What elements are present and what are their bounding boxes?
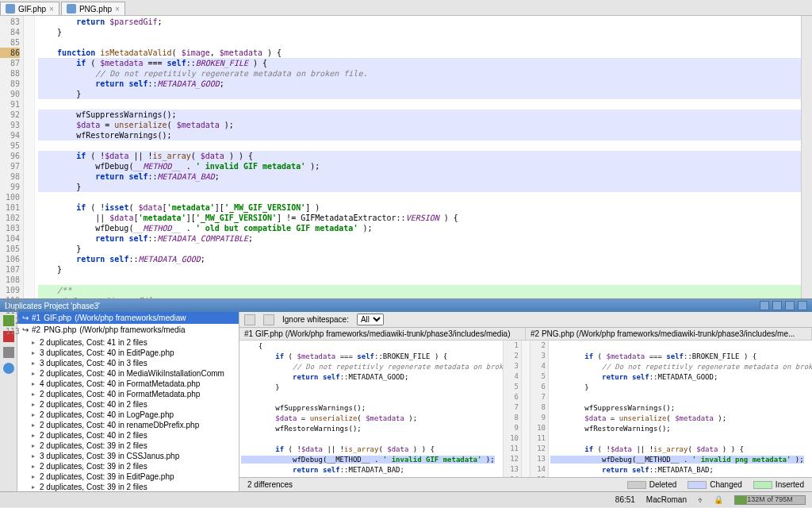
tab-png[interactable]: PNG.php × (61, 2, 125, 15)
dup-item[interactable]: 2 duplicates, Cost: 40 in 2 files (17, 430, 239, 441)
file-encoding[interactable]: MacRoman (646, 495, 687, 504)
dup-file-png[interactable]: ↪ #2 PNG.php (/Work/php frameworks/media (17, 324, 239, 336)
diff-legend: 2 differences Deleted Changed Inserted (239, 477, 812, 491)
arrow-icon: ↪ (22, 314, 29, 322)
dup-panel-toolbar (760, 301, 807, 310)
diff-header-right: #2 PNG.php (/Work/php frameworks/mediawi… (526, 328, 812, 340)
duplicates-panel: Duplicates Project 'phase3' ↪ #1 GIF.php… (0, 298, 812, 491)
close-icon[interactable]: × (115, 5, 120, 13)
restore-icon[interactable] (785, 301, 795, 310)
gear-icon[interactable] (760, 301, 769, 310)
dup-item[interactable]: 2 duplicates, Cost: 41 in 2 files (17, 337, 239, 348)
close-icon[interactable]: × (49, 5, 54, 13)
cursor-position: 86:51 (615, 495, 635, 504)
tab-label: GIF.php (18, 5, 46, 13)
dup-item[interactable]: 2 duplicates, Cost: 39 in EditPage.php (17, 471, 239, 482)
dup-list-pane: ↪ #1 GIF.php (/Work/php frameworks/media… (17, 312, 239, 491)
diff-left[interactable]: { if ( $metadata === self::BROKEN_FILE )… (239, 341, 522, 477)
lock-icon[interactable]: 🔒 (714, 495, 723, 504)
tab-gif[interactable]: GIF.php × (0, 2, 59, 15)
ignore-whitespace-label: Ignore whitespace: (282, 315, 349, 324)
editor-area: 8384858687888990919293949596979899100101… (0, 16, 812, 298)
diff-header-left: #1 GIF.php (/Work/php frameworks/mediawi… (239, 328, 526, 340)
php-file-icon (67, 4, 76, 13)
fold-gutter[interactable] (24, 16, 35, 298)
dup-item[interactable]: 2 duplicates, Cost: 39 in 2 files (17, 461, 239, 471)
insert-mode-icon[interactable]: ⎀ (698, 495, 703, 504)
prev-diff-icon[interactable] (244, 314, 255, 325)
ignore-whitespace-select[interactable]: All (357, 314, 384, 325)
status-bar: 86:51 MacRoman ⎀ 🔒 132M of 795M (0, 491, 812, 507)
next-diff-icon[interactable] (263, 314, 274, 325)
help-icon[interactable] (3, 363, 14, 374)
dup-item[interactable]: 2 duplicates, Cost: 39 in 2 files (17, 482, 239, 491)
diff-headers: #1 GIF.php (/Work/php frameworks/mediawi… (239, 328, 812, 341)
diff-count: 2 differences (247, 480, 293, 489)
dup-file-gif[interactable]: ↪ #1 GIF.php (/Work/php frameworks/media… (17, 312, 239, 324)
arrow-icon: ↪ (22, 325, 29, 334)
minimize-icon[interactable] (772, 301, 782, 310)
dup-item[interactable]: 3 duplicates, Cost: 40 in EditPage.php (17, 348, 239, 358)
diff-pane: Ignore whitespace: All #1 GIF.php (/Work… (239, 312, 812, 491)
editor-scrollbar[interactable] (801, 16, 812, 298)
dup-item[interactable]: 3 duplicates, Cost: 39 in CSSJanus.php (17, 451, 239, 461)
code-editor[interactable]: return $parsedGif; } function isMetadata… (35, 16, 801, 298)
dup-item[interactable]: 2 duplicates, Cost: 40 in FormatMetadata… (17, 389, 239, 399)
php-file-icon (6, 4, 15, 13)
dup-panel-title-bar: Duplicates Project 'phase3' (0, 299, 812, 312)
dup-item[interactable]: 2 duplicates, Cost: 40 in MediaWikiInsta… (17, 368, 239, 379)
dup-item[interactable]: 2 duplicates, Cost: 40 in LogPage.php (17, 410, 239, 420)
dup-item[interactable]: 2 duplicates, Cost: 40 in 2 files (17, 399, 239, 410)
line-gutter[interactable]: 8384858687888990919293949596979899100101… (0, 16, 24, 298)
diff-icon[interactable] (3, 347, 14, 358)
diff-toolbar: Ignore whitespace: All (239, 312, 812, 328)
memory-indicator[interactable]: 132M of 795M (734, 495, 806, 505)
editor-tab-bar: GIF.php × PNG.php × (0, 0, 812, 16)
dup-sidebar (0, 312, 17, 491)
close-icon[interactable] (798, 301, 807, 310)
tab-label: PNG.php (79, 5, 112, 13)
dup-item[interactable]: 4 duplicates, Cost: 40 in FormatMetadata… (17, 379, 239, 389)
dup-item[interactable]: 2 duplicates, Cost: 39 in 2 files (17, 441, 239, 451)
dup-results-list[interactable]: 2 duplicates, Cost: 41 in 2 files3 dupli… (17, 336, 239, 491)
dup-item[interactable]: 2 duplicates, Cost: 40 in renameDbPrefix… (17, 420, 239, 430)
diff-right[interactable]: 23456789101112131415 if ( $metadata === … (530, 341, 812, 477)
dup-item[interactable]: 3 duplicates, Cost: 40 in 3 files (17, 358, 239, 368)
